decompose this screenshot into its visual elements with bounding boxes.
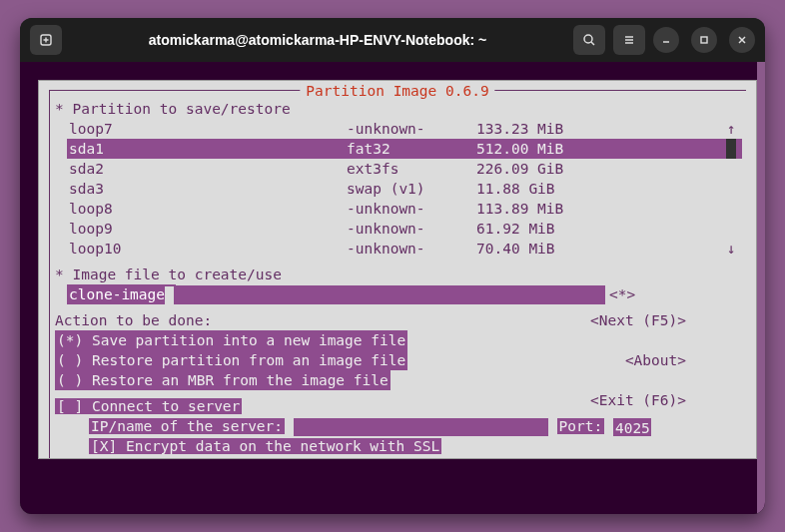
partition-row[interactable]: loop8 -unknown- 113.89 MiB — [67, 199, 742, 219]
window-title: atomickarma@atomickarma-HP-ENVY-Notebook… — [70, 32, 565, 48]
arrow-up-icon[interactable]: ↑ — [727, 119, 736, 139]
partition-row[interactable]: sda2 ext3fs 226.09 GiB — [67, 159, 742, 179]
svg-line-4 — [591, 42, 594, 45]
image-section-header: * Image file to create/use — [55, 265, 742, 284]
terminal-content: Partition Image 0.6.9 * Partition to sav… — [20, 62, 765, 514]
menu-button[interactable] — [613, 25, 645, 55]
titlebar: atomickarma@atomickarma-HP-ENVY-Notebook… — [20, 18, 765, 62]
partimage-dialog: Partition Image 0.6.9 * Partition to sav… — [38, 80, 757, 459]
action-restore-mbr-radio[interactable]: ( ) Restore an MBR from the image file — [55, 370, 391, 390]
image-file-input[interactable]: clone-image — [67, 284, 176, 304]
maximize-button[interactable] — [691, 27, 717, 53]
minimize-button[interactable] — [653, 27, 679, 53]
image-marker: <*> — [609, 284, 635, 304]
partition-section-header: * Partition to save/restore — [55, 99, 742, 119]
server-input[interactable] — [294, 418, 548, 436]
text-cursor — [165, 286, 174, 304]
next-button[interactable]: <Next (F5)> — [590, 310, 686, 330]
partition-list[interactable]: loop7 -unknown- 133.23 MiB sda1 fat32 51… — [67, 119, 742, 259]
svg-rect-9 — [701, 37, 707, 43]
svg-point-3 — [584, 35, 592, 43]
terminal-window: atomickarma@atomickarma-HP-ENVY-Notebook… — [20, 18, 765, 514]
search-button[interactable] — [573, 25, 605, 55]
server-label: IP/name of the server: — [89, 418, 285, 434]
partition-row[interactable]: sda3 swap (v1) 11.88 GiB — [67, 179, 742, 199]
about-button[interactable]: <About> — [625, 350, 686, 370]
partition-scrollbar[interactable]: ↑ ↓ — [724, 119, 738, 259]
port-input[interactable]: 4025 — [613, 418, 651, 436]
partition-row[interactable]: loop9 -unknown- 61.92 MiB — [67, 219, 742, 239]
arrow-down-icon[interactable]: ↓ — [727, 239, 736, 259]
action-restore-radio[interactable]: ( ) Restore partition from an image file — [55, 350, 407, 370]
action-save-radio[interactable]: (*) Save partition into a new image file — [55, 330, 407, 350]
port-label: Port: — [557, 418, 605, 434]
connect-server-checkbox[interactable]: [ ] Connect to server — [55, 398, 242, 414]
exit-button[interactable]: <Exit (F6)> — [590, 390, 686, 410]
partition-row[interactable]: sda1 fat32 512.00 MiB — [67, 139, 742, 159]
dialog-title: Partition Image 0.6.9 — [300, 81, 494, 101]
new-tab-button[interactable] — [30, 25, 62, 55]
partition-row[interactable]: loop10 -unknown- 70.40 MiB — [67, 239, 742, 259]
partition-row[interactable]: loop7 -unknown- 133.23 MiB — [67, 119, 742, 139]
ssl-checkbox[interactable]: [X] Encrypt data on the network with SSL — [89, 438, 441, 454]
close-button[interactable] — [729, 27, 755, 53]
